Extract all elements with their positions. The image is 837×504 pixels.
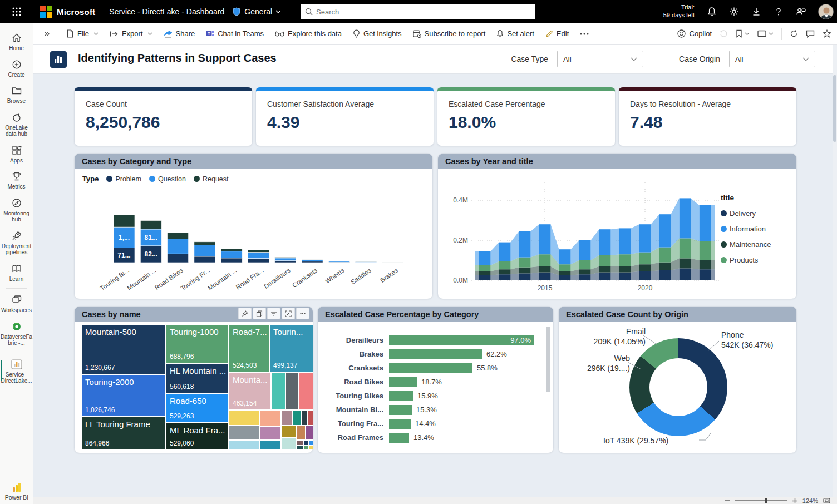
sidebar-item-apps[interactable]: Apps — [0, 141, 33, 168]
donut-chart[interactable] — [629, 338, 727, 436]
treemap-cell[interactable] — [260, 411, 280, 426]
page-scrollbar[interactable] — [833, 45, 837, 497]
treemap-cell[interactable]: Tourin...499,137 — [270, 325, 313, 372]
visual-scrollbar[interactable] — [546, 327, 550, 444]
export-menu-button[interactable]: Export — [110, 29, 152, 38]
esc-bar-row[interactable]: Road Frames13.4% — [318, 431, 553, 444]
treemap-cell[interactable] — [297, 446, 303, 449]
powerbi-footer[interactable]: Power BI — [0, 482, 33, 501]
bell-icon[interactable] — [707, 7, 717, 17]
treemap-cell[interactable] — [297, 426, 305, 439]
subscribe-button[interactable]: Subscribe to report — [413, 29, 486, 38]
esc-bar-row[interactable]: Touring Bikes15.9% — [318, 389, 553, 403]
treemap-cell[interactable] — [272, 373, 285, 409]
esc-bar[interactable] — [389, 377, 417, 387]
treemap-cell[interactable] — [297, 441, 303, 445]
esc-bar-row[interactable]: Touring Fra...14.4% — [318, 417, 553, 431]
filter-button[interactable] — [267, 308, 280, 319]
sidebar-item-home[interactable]: Home — [0, 29, 33, 56]
kpi-satisfaction-average[interactable]: Customer Satisfaction Average 4.39 — [255, 87, 434, 146]
treemap-cell[interactable]: Touring-1000688,796 — [166, 325, 228, 363]
sidebar-item-create[interactable]: Create — [0, 56, 33, 82]
esc-bar[interactable] — [389, 363, 472, 373]
expand-pane-icon[interactable] — [43, 31, 50, 37]
case-origin-dropdown[interactable]: All — [729, 51, 815, 67]
scrollbar-thumb[interactable] — [546, 327, 550, 392]
treemap-cell[interactable]: Touring-20001,026,746 — [82, 375, 165, 416]
esc-bar[interactable] — [389, 405, 412, 415]
treemap-cell[interactable] — [229, 411, 259, 425]
zoom-out-icon[interactable] — [725, 500, 730, 501]
visual-escalated-count-by-origin[interactable]: Escalated Case Count by Origin Phone 542… — [558, 306, 797, 453]
treemap-cell[interactable] — [309, 446, 313, 449]
esc-bar[interactable] — [389, 349, 482, 359]
kpi-escalated-percentage[interactable]: Escalated Case Percentage 18.0% — [437, 87, 616, 146]
esc-bar[interactable] — [389, 419, 411, 429]
file-menu-button[interactable]: File — [66, 29, 99, 38]
more-options-button[interactable] — [580, 33, 589, 35]
sidebar-item-metrics[interactable]: Metrics — [0, 167, 33, 194]
visual-cases-by-year-title[interactable]: Cases by Year and title 201520200.0M0.2M… — [437, 153, 797, 299]
treemap-cell[interactable]: Mounta...463,154 — [229, 373, 270, 409]
treemap-cell[interactable]: LL Touring Frame864,966 — [82, 417, 165, 449]
esc-bar[interactable] — [389, 391, 413, 401]
treemap-cell[interactable] — [309, 441, 313, 445]
help-icon[interactable] — [774, 7, 784, 17]
treemap-cell[interactable]: Mountain-5001,230,667 — [82, 325, 165, 374]
bookmarks-button[interactable] — [736, 29, 750, 38]
sidebar-item-dataverse[interactable]: DataverseFa bric -... — [0, 318, 33, 350]
user-avatar[interactable] — [818, 4, 834, 19]
treemap-cell[interactable] — [229, 441, 259, 449]
treemap-cell[interactable] — [302, 411, 307, 425]
stacked-bar-chart[interactable]: 71...1,...Touring Bi...82...81...Mountai… — [75, 174, 432, 299]
treemap-cell[interactable]: Road-7...524,503 — [229, 325, 269, 372]
esc-bar-row[interactable]: Mountain Bi...15.3% — [318, 403, 553, 417]
zoom-in-icon[interactable] — [792, 498, 797, 503]
fit-to-page-icon[interactable] — [823, 498, 830, 503]
environment-switcher[interactable]: General — [232, 7, 281, 16]
esc-bar[interactable] — [389, 433, 409, 443]
reset-icon[interactable] — [720, 30, 728, 38]
sidebar-item-learn[interactable]: Learn — [0, 260, 33, 286]
chat-in-teams-button[interactable]: T Chat in Teams — [206, 29, 264, 38]
treemap-cell[interactable] — [229, 426, 259, 439]
treemap-cell[interactable] — [260, 427, 280, 439]
comment-icon[interactable] — [806, 30, 815, 38]
treemap-cell[interactable] — [293, 411, 301, 425]
feedback-icon[interactable] — [796, 7, 806, 17]
treemap-cell[interactable] — [260, 441, 280, 449]
sidebar-item-browse[interactable]: Browse — [0, 82, 33, 108]
more-options-button[interactable] — [296, 308, 309, 319]
treemap-cell[interactable] — [308, 411, 313, 425]
treemap-cell[interactable] — [306, 426, 313, 439]
microsoft-logo[interactable]: Microsoft — [33, 6, 95, 18]
gear-icon[interactable] — [729, 7, 739, 17]
treemap-cell[interactable] — [299, 373, 313, 409]
copy-button[interactable] — [253, 308, 266, 319]
pin-button[interactable] — [238, 308, 252, 319]
share-button[interactable]: Share — [164, 29, 195, 38]
zoom-slider-thumb[interactable] — [765, 498, 767, 503]
ribbon-chart[interactable]: 201520200.0M0.2M0.4M — [440, 171, 721, 299]
kpi-case-count[interactable]: Case Count 8,250,786 — [74, 87, 253, 146]
star-icon[interactable] — [823, 29, 831, 38]
sidebar-item-deployment-pipelines[interactable]: Deployment pipelines — [0, 227, 33, 260]
treemap-cell[interactable] — [304, 441, 308, 445]
sidebar-item-monitoring-hub[interactable]: Monitoring hub — [0, 194, 33, 227]
refresh-icon[interactable] — [790, 29, 798, 38]
sidebar-item-workspaces[interactable]: Workspaces — [0, 291, 33, 318]
treemap-cell[interactable]: Road-650529,263 — [166, 394, 228, 422]
sidebar-item-onelake-data-hub[interactable]: OneLake data hub — [0, 108, 33, 141]
sidebar-item-service-directlake[interactable]: Service - DirectLake... — [0, 355, 33, 388]
esc-bar-row[interactable]: Derailleurs97.0% — [318, 333, 553, 347]
visual-cases-by-name[interactable]: Cases by name Mountain-5001,230,667Touri… — [74, 306, 313, 453]
get-insights-button[interactable]: Get insights — [353, 29, 402, 38]
edit-button[interactable]: Edit — [545, 29, 569, 38]
treemap-cell[interactable]: ML Road Fra...529,060 — [166, 423, 228, 449]
page-scrollbar-thumb[interactable] — [833, 75, 836, 142]
view-button[interactable] — [757, 30, 774, 37]
search-input[interactable] — [316, 8, 531, 16]
esc-bar-row[interactable]: Cranksets55.8% — [318, 361, 553, 375]
esc-bar-row[interactable]: Road Bikes18.7% — [318, 375, 553, 389]
treemap-cell[interactable] — [282, 411, 292, 425]
